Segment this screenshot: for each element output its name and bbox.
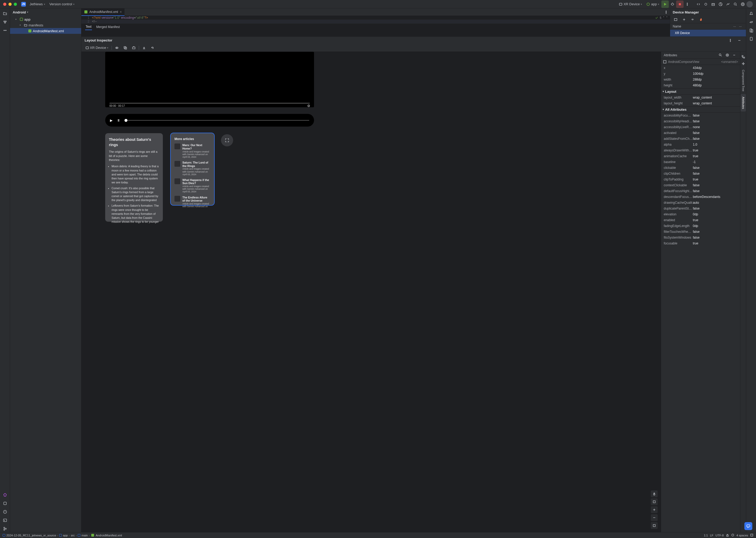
problems-tool-button[interactable] [2, 509, 9, 515]
terminal-tool-button[interactable] [2, 517, 9, 524]
content-card-more-articles[interactable]: More articles Mars: Our Next Home?Articl… [171, 133, 214, 205]
avatar[interactable] [746, 1, 753, 7]
zoom-in-button[interactable] [651, 506, 658, 513]
project-tool-button[interactable] [2, 10, 9, 17]
device-manager-icon[interactable] [748, 27, 755, 34]
settings-icon[interactable] [724, 52, 730, 59]
status-menu-icon[interactable] [750, 533, 753, 537]
indent[interactable]: 4 spaces [736, 534, 748, 537]
build-icon[interactable] [710, 1, 717, 8]
attribute-row[interactable]: defaultFocusHighli…false [661, 188, 740, 194]
search-icon[interactable] [732, 1, 739, 8]
expand-fab[interactable] [221, 134, 233, 146]
notifications-icon[interactable] [748, 10, 755, 17]
more-tool-button[interactable] [2, 27, 9, 34]
overlay-icon[interactable] [122, 44, 129, 51]
device-row[interactable]: XR Device [670, 29, 746, 36]
fit-button[interactable] [651, 522, 658, 529]
device-selector[interactable]: XR Device ▾ [617, 1, 644, 7]
attribute-row[interactable]: layout_heightwrap_content [661, 100, 740, 106]
attribute-row[interactable]: filterTouchesWhe…false [661, 229, 740, 235]
attribute-row[interactable]: accessibilityHeadi…false [661, 118, 740, 124]
code-with-me-icon[interactable] [695, 1, 702, 8]
article-item[interactable]: Saturn: The Lord of the RingsArticle and… [174, 161, 210, 176]
subtab-text[interactable]: Text [85, 24, 92, 30]
attribute-row[interactable]: y1004dp [661, 71, 740, 77]
run-button[interactable] [661, 1, 669, 8]
attribute-row[interactable]: enabledtrue [661, 217, 740, 223]
editor-inspection[interactable]: 5 ˄ ˅ [653, 16, 670, 20]
component-tree-icon[interactable] [740, 53, 747, 60]
close-icon[interactable] [3, 3, 6, 6]
encoding[interactable]: UTF-8 [716, 534, 724, 537]
col-name[interactable]: Name [673, 25, 732, 28]
wifi-icon[interactable] [689, 16, 696, 23]
pause-icon[interactable]: ⏸ [117, 118, 120, 122]
section-layout[interactable]: ▾Layout [661, 88, 740, 95]
player-thumb[interactable] [125, 119, 127, 122]
vcs-menu[interactable]: Version control ▾ [47, 1, 77, 7]
breadcrumb[interactable]: 2024-12-05_RC11_jetnews_xr_source› app› … [3, 533, 122, 537]
search-icon[interactable] [717, 52, 724, 59]
inspector-device-selector[interactable]: XR Device ▾ [84, 45, 110, 50]
attribute-row[interactable]: width288dp [661, 77, 740, 82]
article-item[interactable]: Mars: Our Next Home?Article and images c… [174, 143, 210, 158]
editor-line-2[interactable]: 2 <!-- [82, 20, 670, 23]
project-menu[interactable]: JetNews ▾ [28, 1, 47, 7]
attribute-row[interactable]: accessibilityLiveR…none [661, 124, 740, 130]
attribute-row[interactable]: layout_widthwrap_content [661, 95, 740, 100]
tab-attributes[interactable]: Attributes [741, 94, 746, 112]
attribute-row[interactable]: height480dp [661, 82, 740, 88]
tab-component-tree[interactable]: Component Tree [741, 67, 746, 94]
attribute-row[interactable]: addStatesFromCh…false [661, 136, 740, 142]
editor-tab[interactable]: AndroidManifest.xml × [82, 9, 125, 16]
attribute-row[interactable]: clickablefalse [661, 165, 740, 171]
gear-icon[interactable]: ⚙ [307, 104, 310, 108]
refresh-icon[interactable] [149, 44, 156, 51]
chevron-up-icon[interactable]: ˄ [663, 16, 665, 20]
highlight-icon[interactable] [731, 533, 734, 537]
inspector-canvas[interactable]: 00:00 · 00:17 ⚙ ▶ ⏸ Theories about Satur… [82, 52, 661, 532]
attribute-row[interactable]: descendantFocus…beforeDescendants [661, 194, 740, 200]
tree-node-app[interactable]: ▾ app [10, 16, 81, 22]
tree-node-manifests[interactable]: ▾ manifests [10, 22, 81, 28]
add-device-button[interactable] [681, 16, 687, 23]
more-menu[interactable] [683, 1, 691, 8]
attribute-row[interactable]: x434dp [661, 65, 740, 71]
chevron-down-icon[interactable]: ˅ [666, 16, 668, 20]
attribute-row[interactable]: animationCachetrue [661, 153, 740, 159]
attribute-row[interactable]: baseline-1 [661, 159, 740, 165]
section-all-attributes[interactable]: ▾All Attributes [661, 106, 740, 113]
subtab-merged[interactable]: Merged Manifest [96, 24, 120, 30]
attribute-row[interactable]: clipToPaddingtrue [661, 177, 740, 182]
readonly-icon[interactable] [726, 533, 729, 537]
article-item[interactable]: The Endless Allure of the UniverseArticl… [174, 196, 210, 208]
col-actions[interactable]: ··· [737, 25, 743, 28]
tree-node-manifest[interactable]: AndroidManifest.xml [10, 28, 81, 34]
editor-line-1[interactable]: 1 <?xml version="1.0" encoding="utf-8"?>… [82, 16, 670, 20]
sparkle-icon[interactable] [740, 60, 747, 67]
editor-tab-menu[interactable] [663, 9, 670, 16]
article-item[interactable]: What Happens if the Sun Dies?Article and… [174, 178, 210, 193]
git-tool-button[interactable] [2, 525, 9, 532]
attribute-row[interactable]: duplicateParentSt…false [661, 206, 740, 211]
video-progress[interactable] [109, 103, 310, 104]
stop-button[interactable] [676, 1, 683, 8]
profiler-icon[interactable] [717, 1, 724, 8]
attribute-row[interactable]: alwaysDrawnWith…true [661, 147, 740, 153]
sync-icon[interactable] [702, 1, 710, 8]
attribute-row[interactable]: contextClickablefalse [661, 182, 740, 188]
app-inspection-icon[interactable] [724, 1, 732, 8]
minimize-icon[interactable] [9, 3, 12, 6]
gradle-icon[interactable] [748, 19, 755, 26]
eye-icon[interactable] [113, 44, 120, 51]
player-track[interactable] [125, 120, 309, 121]
attribute-row[interactable]: elevation0dp [661, 211, 740, 217]
attribute-row[interactable]: clipChildrenfalse [661, 171, 740, 177]
minimize-icon[interactable] [730, 52, 737, 59]
debug-button[interactable] [669, 1, 676, 8]
minimize-panel-icon[interactable] [736, 37, 743, 44]
play-icon[interactable]: ▶ [110, 118, 113, 122]
attribute-row[interactable]: focusabletrue [661, 241, 740, 246]
line-ending[interactable]: LF [710, 534, 714, 537]
